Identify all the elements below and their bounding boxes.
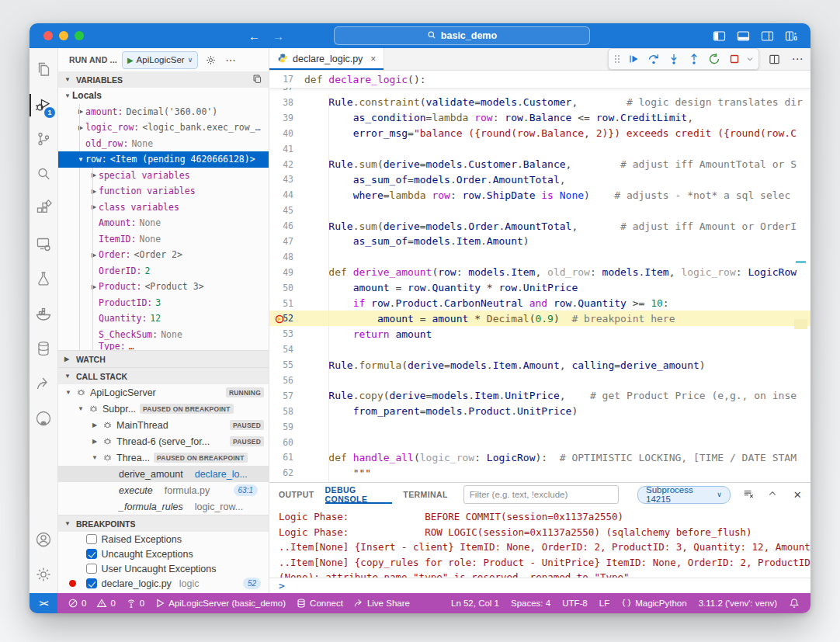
status-item-errors[interactable]: 0 [68,598,86,609]
activity-item-explorer[interactable] [30,53,57,88]
line-number[interactable]: 40 [269,128,304,139]
line-number[interactable]: 39 [269,113,304,123]
chevron-down-icon[interactable] [745,51,755,67]
line-number[interactable]: 60 [269,437,304,448]
line-number[interactable]: 55 [269,359,304,370]
line-number[interactable]: 46 [269,220,304,231]
breakpoint-row[interactable]: declare_logic.pylogic52 [58,576,269,591]
chevron-down-icon[interactable]: ▼ [77,405,85,412]
chevron-right-icon[interactable]: ▶ [89,252,99,259]
sticky-scroll-line[interactable]: 17def declare_logic(): [269,71,810,88]
variable-row[interactable]: ▶function variables [58,183,269,200]
status-item-language-mode[interactable]: MagicPython [621,598,686,609]
breakpoint-checkbox[interactable] [86,564,97,574]
line-number[interactable]: 47 [269,236,304,247]
code-line[interactable]: 39 as_condition=lambda row: row.Balance … [269,110,810,126]
code-line[interactable]: 53 return amount [269,326,810,342]
status-item-ports[interactable]: 0 [126,598,144,609]
code-line[interactable]: 45 [269,203,810,218]
titlebar[interactable]: ← → basic_demo [30,23,810,48]
line-number[interactable]: 57 [269,390,304,401]
back-icon[interactable]: ← [248,29,260,43]
activity-item-github[interactable] [30,402,57,437]
chevron-right-icon[interactable]: ▶ [91,422,99,429]
line-number[interactable]: 44 [269,189,304,200]
code-line[interactable]: 41 [269,141,810,157]
breakpoints-section-header[interactable]: ▼ BREAKPOINTS [58,515,269,532]
line-number[interactable]: 54 [269,344,304,355]
variable-row[interactable]: Type:… [58,342,269,350]
variable-row[interactable]: Quantity:12 [58,311,269,327]
code-line[interactable]: 52 amount = amount * Decimal(0.9) # brea… [269,311,810,326]
step-into-icon[interactable] [665,51,682,67]
status-item-connect[interactable]: Connect [296,598,343,609]
code-line[interactable]: 57 Rule.copy(derive=models.Item.UnitPric… [269,388,810,404]
close-panel-icon[interactable]: ✕ [790,489,804,501]
call-stack-row[interactable]: ▼ApiLogicServerRUNNING [58,384,269,401]
activity-item-source-control[interactable] [30,123,57,158]
code-line[interactable]: 49 def derive_amount(row: models.Item, o… [269,265,810,280]
activity-item-search[interactable] [30,158,57,193]
line-number[interactable]: 43 [269,174,304,185]
minimize-window-button[interactable] [59,31,68,40]
close-tab-icon[interactable]: × [370,54,376,64]
line-number[interactable]: 61 [269,452,304,463]
variable-row[interactable]: ▶logic_row:<logic_bank.exec_row_… [58,120,269,136]
console-filter-input[interactable] [463,485,619,504]
variable-row[interactable]: ▶Order:<Order 2> [58,247,269,263]
code-line[interactable]: 58 from_parent=models.Product.UnitPrice) [269,404,810,419]
variables-section-header[interactable]: ▼ VARIABLES [58,71,269,88]
variable-row[interactable]: ProductID:3 [58,295,269,311]
activity-item-accounts[interactable] [30,523,57,558]
status-item-bell[interactable] [789,598,800,609]
tab-declare-logic[interactable]: declare_logic.py × [269,48,384,70]
customize-layout-icon[interactable] [785,30,798,42]
chevron-down-icon[interactable]: ▼ [76,156,85,163]
call-stack-row[interactable]: ▼Subpr...PAUSED ON BREAKPOINT [58,401,269,417]
status-item[interactable]: LF [599,599,609,608]
code-line[interactable]: 48 [269,249,810,265]
line-number[interactable]: 41 [269,144,304,154]
line-number[interactable]: 38 [269,97,304,108]
activity-item-run-and-debug[interactable]: 1 [30,88,57,123]
activity-item-database[interactable] [30,332,57,367]
step-over-icon[interactable] [644,51,662,67]
chevron-right-icon[interactable]: ▶ [89,203,99,210]
line-number[interactable]: 58 [269,406,304,417]
chevron-right-icon[interactable]: ▶ [89,188,99,195]
call-stack-row[interactable]: ▼Threa...PAUSED ON BREAKPOINT [58,449,269,466]
variable-row[interactable]: ItemID:None [58,231,269,248]
call-stack-row[interactable]: ▶Thread-6 (serve_for...PAUSED [58,433,269,449]
status-item-debug-session[interactable]: ApiLogicServer (basic_demo) [154,598,286,609]
variable-row[interactable]: ▼Locals [58,88,269,104]
breakpoint-checkbox[interactable] [86,578,97,589]
code-line[interactable]: 61 def handle_all(logic_row: LogicRow): … [269,449,810,465]
line-number[interactable]: 56 [269,375,304,386]
variable-row[interactable]: old_row:None [58,136,269,152]
debug-settings-gear-icon[interactable] [203,54,218,66]
panel-tab-terminal[interactable]: TERMINAL [403,483,447,506]
forward-icon[interactable]: → [272,29,284,43]
variable-row[interactable]: ▼row:<Item (pending 4620666128)> [58,151,269,168]
activity-item-share[interactable] [30,367,57,402]
command-center[interactable]: basic_demo [334,26,590,45]
code-line[interactable]: 47 as_sum_of=models.Item.Amount) [269,234,810,249]
chevron-down-icon[interactable]: ▼ [64,389,72,396]
stack-frame-row[interactable]: executeformula.py63:1 [58,482,269,498]
line-number[interactable]: 59 [269,422,304,432]
code-line[interactable]: 59 [269,419,810,435]
call-stack-section-header[interactable]: ▼ CALL STACK [58,367,269,384]
code-line[interactable]: 51 if row.Product.CarbonNeutral and row.… [269,296,810,311]
maximize-window-button[interactable] [75,31,84,40]
activity-item-live-preview[interactable] [30,227,57,262]
code-line[interactable]: 56 [269,373,810,388]
status-item-live-share[interactable]: Live Share [353,598,410,609]
debug-console-output[interactable]: Logic Phase: BEFORE COMMIT(session=0x113… [269,506,810,578]
chevron-right-icon[interactable]: ▶ [89,283,99,290]
code-line[interactable]: 37 [269,88,810,95]
line-number[interactable]: 45 [269,205,304,216]
variable-row[interactable]: ▶Product:<Product 3> [58,279,269,295]
debug-session-select[interactable]: Subprocess 14215 ∨ [637,486,731,504]
code-editor[interactable]: 17def declare_logic(): 3738 Rule.constra… [269,71,810,482]
line-number[interactable]: 42 [269,159,304,170]
